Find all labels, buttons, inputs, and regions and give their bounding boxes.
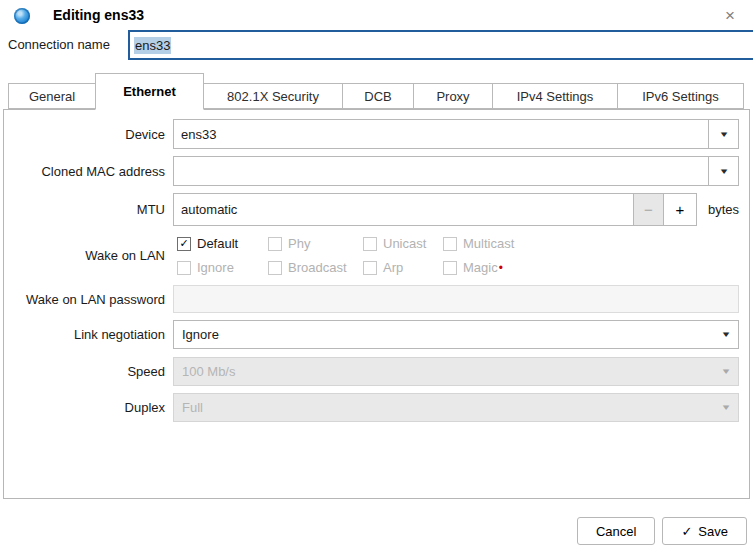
connection-name-value: ens33	[134, 37, 171, 54]
titlebar: Editing ens33 ×	[0, 0, 753, 30]
ethernet-tab-panel: Device ens33 ▼ Cloned MAC address ▼	[3, 109, 750, 499]
wake-on-lan-options: ✓ Default Phy Unicast Multicast	[173, 236, 514, 275]
wol-password-row: Wake on LAN password	[4, 285, 749, 313]
device-label: Device	[4, 127, 173, 142]
duplex-select: Full ▼	[173, 393, 739, 422]
checkbox-multicast: Multicast	[443, 236, 514, 251]
checkbox-arp: Arp	[363, 260, 443, 275]
link-negotiation-select[interactable]: Ignore ▼	[173, 320, 739, 349]
device-input[interactable]: ens33	[173, 119, 708, 149]
chevron-down-icon: ▼	[718, 167, 729, 176]
unchecked-checkbox-icon	[268, 237, 282, 251]
connection-name-label: Connection name	[8, 37, 110, 52]
tab-proxy[interactable]: Proxy	[413, 83, 493, 109]
plus-icon: +	[676, 201, 685, 218]
checkbox-ignore: Ignore	[177, 260, 268, 275]
tab-ipv6-settings[interactable]: IPv6 Settings	[617, 83, 744, 109]
tab-dcb[interactable]: DCB	[342, 83, 414, 109]
mtu-decrement-button: −	[633, 193, 663, 226]
duplex-row: Duplex Full ▼	[4, 393, 749, 422]
wol-password-label: Wake on LAN password	[4, 292, 173, 307]
unchecked-checkbox-icon	[268, 261, 282, 275]
mtu-increment-button[interactable]: +	[663, 193, 697, 226]
tab-ethernet[interactable]: Ethernet	[95, 73, 204, 110]
mtu-input[interactable]: automatic	[173, 193, 633, 226]
duplex-label: Duplex	[4, 400, 173, 415]
wol-password-input	[173, 285, 739, 313]
link-negotiation-label: Link negotiation	[4, 327, 173, 342]
dialog-footer: Cancel ✓ Save	[0, 517, 747, 545]
cloned-mac-dropdown-button[interactable]: ▼	[708, 156, 739, 186]
app-icon	[14, 8, 30, 24]
checkbox-magic: Magic •	[443, 260, 514, 275]
edit-connection-dialog: Editing ens33 × Connection name ens33 Ge…	[0, 0, 753, 545]
unchecked-checkbox-icon	[443, 261, 457, 275]
mtu-label: MTU	[4, 202, 173, 217]
cloned-mac-label: Cloned MAC address	[4, 164, 173, 179]
chevron-down-icon: ▼	[720, 330, 731, 339]
unchecked-checkbox-icon	[363, 237, 377, 251]
connection-name-input[interactable]: ens33	[128, 30, 753, 60]
speed-select: 100 Mb/s ▼	[173, 357, 739, 386]
checked-checkbox-icon: ✓	[177, 237, 191, 251]
mtu-unit-label: bytes	[697, 202, 739, 217]
link-negotiation-row: Link negotiation Ignore ▼	[4, 320, 749, 349]
unchecked-checkbox-icon	[177, 261, 191, 275]
connection-name-row: Connection name ens33	[0, 30, 753, 66]
minus-icon: −	[644, 201, 653, 218]
chevron-down-icon: ▼	[720, 367, 731, 376]
tab-8021x-security[interactable]: 802.1X Security	[203, 83, 343, 109]
check-icon: ✓	[681, 524, 692, 539]
window-title: Editing ens33	[53, 7, 144, 23]
speed-row: Speed 100 Mb/s ▼	[4, 357, 749, 386]
unchecked-checkbox-icon	[443, 237, 457, 251]
save-button[interactable]: ✓ Save	[662, 517, 747, 545]
chevron-down-icon: ▼	[720, 403, 731, 412]
device-row: Device ens33 ▼	[4, 119, 749, 149]
unchecked-checkbox-icon	[363, 261, 377, 275]
tab-general[interactable]: General	[8, 83, 96, 109]
cancel-button[interactable]: Cancel	[577, 517, 655, 545]
tabstrip: General Ethernet 802.1X Security DCB Pro…	[3, 72, 750, 109]
close-icon[interactable]: ×	[719, 5, 741, 27]
cloned-mac-row: Cloned MAC address ▼	[4, 156, 749, 186]
tab-ipv4-settings[interactable]: IPv4 Settings	[492, 83, 618, 109]
checkbox-unicast: Unicast	[363, 236, 443, 251]
speed-label: Speed	[4, 364, 173, 379]
wake-on-lan-label: Wake on LAN	[4, 248, 173, 263]
mtu-row: MTU automatic − + bytes	[4, 193, 749, 226]
chevron-down-icon: ▼	[718, 130, 729, 139]
checkbox-default[interactable]: ✓ Default	[177, 236, 268, 251]
checkbox-phy: Phy	[268, 236, 363, 251]
cloned-mac-input[interactable]	[173, 156, 708, 186]
checkbox-broadcast: Broadcast	[268, 260, 363, 275]
device-dropdown-button[interactable]: ▼	[708, 119, 739, 149]
wake-on-lan-row: Wake on LAN ✓ Default Phy Unicast	[4, 236, 749, 275]
mtu-spinbox: automatic − +	[173, 193, 697, 226]
